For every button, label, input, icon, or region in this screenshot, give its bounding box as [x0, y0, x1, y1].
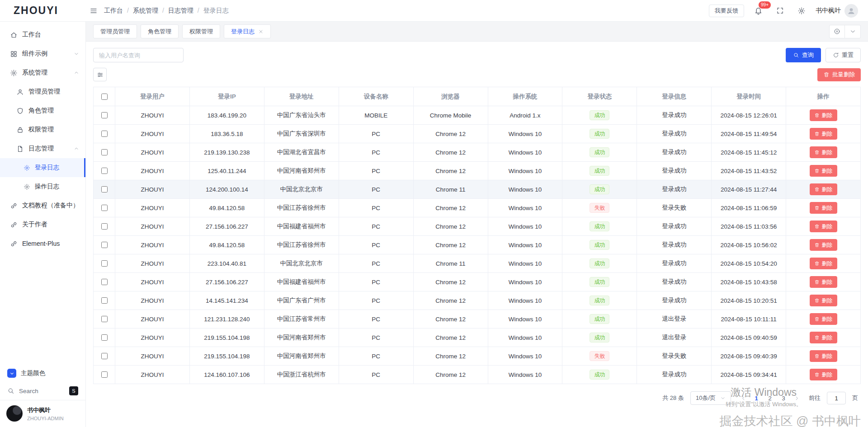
app-logo[interactable]: ZHOUYI [0, 5, 86, 17]
delete-button[interactable]: 删除 [810, 313, 837, 325]
cell-login-time: 2024-08-15 11:45:12 [712, 143, 786, 161]
delete-button[interactable]: 删除 [810, 258, 837, 269]
sidebar-user-card[interactable]: 书中枫叶 ZHOUYI-ADMIN [0, 400, 85, 423]
delete-button-label: 删除 [822, 112, 833, 119]
row-checkbox[interactable] [101, 260, 108, 267]
sidebar-item-permission-management[interactable]: 权限管理 [0, 120, 85, 139]
row-checkbox[interactable] [101, 297, 108, 304]
cell-device-name: MOBILE [339, 106, 414, 124]
user-menu[interactable]: 书中枫叶 [816, 4, 858, 18]
delete-button[interactable]: 删除 [810, 165, 837, 177]
delete-button[interactable]: 删除 [810, 202, 837, 214]
settings-button[interactable] [794, 3, 809, 19]
select-all-checkbox[interactable] [101, 94, 108, 100]
row-checkbox[interactable] [101, 112, 108, 118]
page-number-2[interactable]: 2 [764, 392, 776, 404]
delete-button[interactable]: 删除 [810, 332, 837, 343]
row-checkbox[interactable] [101, 371, 108, 378]
close-other-tabs-button[interactable] [830, 25, 845, 38]
sidebar-search-label: Search [19, 388, 38, 394]
feedback-button[interactable]: 我要反馈 [709, 5, 744, 17]
header-username: 书中枫叶 [816, 7, 841, 15]
next-page-button[interactable] [791, 392, 802, 404]
sidebar-item-role-management[interactable]: 角色管理 [0, 101, 85, 120]
reset-button[interactable]: 重置 [826, 48, 861, 62]
row-checkbox[interactable] [101, 168, 108, 174]
shield-icon [16, 107, 24, 115]
cell-login-address: 中国北京北京市 [264, 254, 339, 272]
breadcrumb-item-system[interactable]: 系统管理 [133, 7, 168, 15]
delete-button[interactable]: 删除 [810, 369, 837, 380]
status-badge: 成功 [590, 296, 609, 305]
prev-page-button[interactable] [737, 392, 749, 404]
sidebar-item-log-management[interactable]: 日志管理 [0, 139, 85, 158]
cell-os: Windows 10 [488, 217, 563, 235]
sidebar-item-login-log[interactable]: 登录日志 [0, 158, 85, 177]
breadcrumb-item-workbench[interactable]: 工作台 [104, 7, 133, 15]
row-checkbox[interactable] [101, 186, 108, 192]
sidebar-item-system-management[interactable]: 系统管理 [0, 63, 85, 82]
chevron-up-icon [74, 146, 79, 151]
delete-button[interactable]: 删除 [810, 183, 837, 195]
sidebar-item-about-author[interactable]: 关于作者 [0, 215, 85, 234]
row-checkbox[interactable] [101, 316, 108, 322]
row-checkbox-cell [94, 366, 115, 384]
row-checkbox[interactable] [101, 205, 108, 211]
sidebar-item-admin-management[interactable]: 管理员管理 [0, 82, 85, 101]
row-checkbox[interactable] [101, 279, 108, 285]
delete-button[interactable]: 删除 [810, 239, 837, 251]
circle-close-icon [834, 28, 840, 35]
page-number-3[interactable]: 3 [777, 392, 790, 404]
sidebar-collapse-button[interactable] [86, 3, 101, 19]
notifications-button[interactable]: 99+ [750, 3, 766, 19]
delete-button[interactable]: 删除 [810, 146, 837, 158]
tab-label: 管理员管理 [100, 28, 130, 36]
close-icon[interactable] [258, 29, 264, 34]
delete-button[interactable]: 删除 [810, 109, 837, 121]
delete-button[interactable]: 删除 [810, 295, 837, 306]
theme-color-button[interactable]: 主题颜色 [0, 365, 85, 382]
tab-role-management[interactable]: 角色管理 [141, 24, 179, 38]
gear-icon [10, 69, 18, 77]
delete-button[interactable]: 删除 [810, 276, 837, 288]
sidebar-item-docs[interactable]: 文档教程（准备中） [0, 196, 85, 215]
person-icon [847, 6, 856, 15]
sidebar-item-components[interactable]: 组件示例 [0, 44, 85, 63]
sidebar-item-operation-log[interactable]: 操作日志 [0, 177, 85, 196]
sidebar-search-button[interactable]: Search S [0, 382, 85, 400]
goto-page-input[interactable] [827, 392, 846, 404]
status-badge: 成功 [590, 314, 609, 324]
fullscreen-button[interactable] [772, 3, 788, 19]
row-checkbox[interactable] [101, 149, 108, 155]
delete-button[interactable]: 删除 [810, 221, 837, 232]
cell-device-name: PC [339, 291, 414, 310]
breadcrumb-item-log[interactable]: 日志管理 [168, 7, 203, 15]
cell-login-time: 2024-08-15 09:40:39 [712, 347, 786, 365]
username-search-input[interactable] [93, 48, 184, 62]
sidebar-item-workbench[interactable]: 工作台 [0, 25, 85, 44]
cell-login-ip: 219.139.130.238 [190, 143, 264, 161]
tab-login-log[interactable]: 登录日志 [224, 24, 271, 38]
tabs-menu-button[interactable] [845, 25, 860, 38]
row-checkbox[interactable] [101, 223, 108, 230]
batch-delete-button[interactable]: 批量删除 [817, 68, 861, 81]
row-checkbox[interactable] [101, 131, 108, 137]
sidebar-item-element-plus[interactable]: Element-Plus [0, 234, 85, 253]
tab-label: 登录日志 [231, 28, 255, 36]
row-checkbox[interactable] [101, 353, 108, 359]
delete-button[interactable]: 删除 [810, 350, 837, 362]
cell-actions: 删除 [786, 366, 860, 384]
row-checkbox[interactable] [101, 334, 108, 341]
row-checkbox[interactable] [101, 242, 108, 248]
page-size-select[interactable]: 10条/页 [690, 391, 731, 405]
tab-permission-management[interactable]: 权限管理 [182, 24, 220, 38]
cell-login-address: 中国浙江省杭州市 [264, 366, 339, 384]
delete-button[interactable]: 删除 [810, 128, 837, 140]
cell-login-user: ZHOUYI [115, 236, 190, 254]
query-button[interactable]: 查询 [786, 48, 821, 62]
page-number-1[interactable]: 1 [750, 392, 763, 404]
delete-button-label: 删除 [822, 149, 833, 156]
tab-admin-management[interactable]: 管理员管理 [93, 24, 137, 38]
cell-login-status: 成功 [562, 125, 637, 143]
column-filter-button[interactable] [93, 68, 107, 81]
